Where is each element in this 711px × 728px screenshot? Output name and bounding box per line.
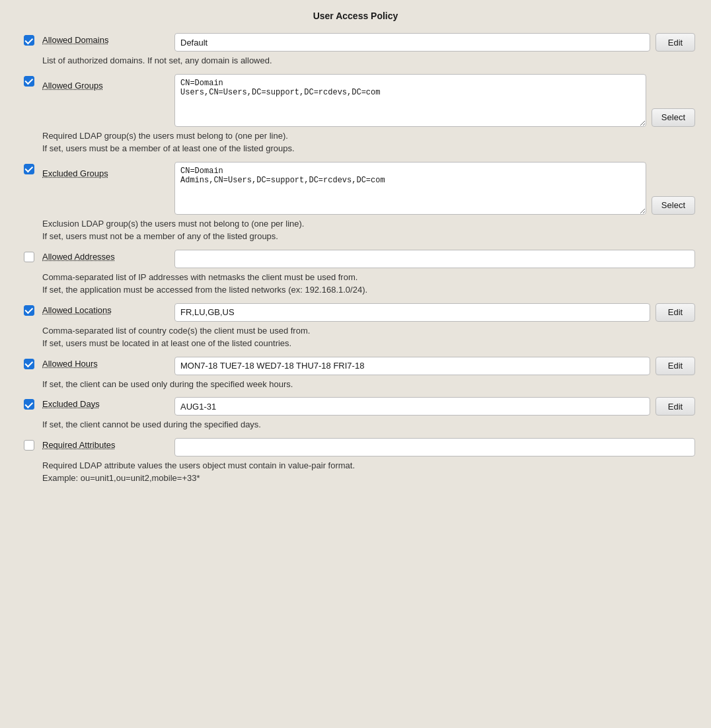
section-allowed-locations: Allowed Locations Edit Comma-separated l… xyxy=(16,303,695,350)
row-excluded-groups: Excluded Groups Select xyxy=(16,162,695,215)
desc-excluded-days: If set, the client cannot be used during… xyxy=(42,418,695,431)
input-excluded-days[interactable] xyxy=(174,397,650,416)
input-allowed-hours[interactable] xyxy=(174,357,650,375)
btn-excluded-groups-select[interactable]: Select xyxy=(652,196,695,215)
checkbox-excluded-groups[interactable] xyxy=(24,164,34,174)
section-allowed-hours: Allowed Hours Edit If set, the client ca… xyxy=(16,357,695,391)
checkbox-allowed-addresses[interactable] xyxy=(24,252,34,262)
desc-excluded-groups: Exclusion LDAP group(s) the users must n… xyxy=(42,217,695,243)
btn-allowed-hours-edit[interactable]: Edit xyxy=(655,357,695,375)
row-required-attributes: Required Attributes xyxy=(16,438,695,456)
textarea-excluded-groups[interactable] xyxy=(174,162,646,215)
checkbox-allowed-groups[interactable] xyxy=(24,76,34,87)
checkbox-allowed-domains[interactable] xyxy=(24,35,34,46)
desc-allowed-domains: List of authorized domains. If not set, … xyxy=(42,54,695,67)
label-allowed-domains: Allowed Domains xyxy=(42,35,108,45)
checkbox-required-attributes[interactable] xyxy=(24,440,34,451)
label-allowed-locations: Allowed Locations xyxy=(42,305,112,315)
btn-allowed-domains-edit[interactable]: Edit xyxy=(655,33,695,52)
btn-allowed-groups-select[interactable]: Select xyxy=(652,108,695,127)
desc-allowed-locations: Comma-separated list of country code(s) … xyxy=(42,324,695,350)
label-required-attributes: Required Attributes xyxy=(42,440,116,450)
desc-allowed-addresses: Comma-separated list of IP addresses wit… xyxy=(42,271,695,297)
section-allowed-addresses: Allowed Addresses Comma-separated list o… xyxy=(16,250,695,297)
row-allowed-addresses: Allowed Addresses xyxy=(16,250,695,268)
row-allowed-hours: Allowed Hours Edit xyxy=(16,357,695,375)
input-allowed-locations[interactable] xyxy=(174,303,650,322)
section-required-attributes: Required Attributes Required LDAP attrib… xyxy=(16,438,695,485)
input-allowed-addresses[interactable] xyxy=(174,250,695,268)
row-allowed-locations: Allowed Locations Edit xyxy=(16,303,695,322)
label-allowed-hours: Allowed Hours xyxy=(42,359,98,369)
desc-required-attributes: Required LDAP attribute values the users… xyxy=(42,459,695,485)
btn-excluded-days-edit[interactable]: Edit xyxy=(655,397,695,416)
checkbox-excluded-days[interactable] xyxy=(24,399,34,410)
textarea-allowed-groups[interactable] xyxy=(174,74,646,127)
label-allowed-addresses: Allowed Addresses xyxy=(42,252,115,262)
row-allowed-domains: Allowed Domains Edit xyxy=(16,33,695,52)
section-allowed-groups: Allowed Groups Select Required LDAP grou… xyxy=(16,74,695,155)
row-allowed-groups: Allowed Groups Select xyxy=(16,74,695,127)
input-allowed-domains[interactable] xyxy=(174,33,650,52)
desc-allowed-groups: Required LDAP group(s) the users must be… xyxy=(42,129,695,155)
checkbox-allowed-hours[interactable] xyxy=(24,359,34,369)
page-title: User Access Policy xyxy=(16,11,695,21)
desc-allowed-hours: If set, the client can be used only duri… xyxy=(42,378,695,391)
btn-allowed-locations-edit[interactable]: Edit xyxy=(655,303,695,322)
label-excluded-days: Excluded Days xyxy=(42,399,100,409)
section-excluded-days: Excluded Days Edit If set, the client ca… xyxy=(16,397,695,431)
label-excluded-groups: Excluded Groups xyxy=(42,168,108,178)
input-required-attributes[interactable] xyxy=(174,438,695,456)
section-excluded-groups: Excluded Groups Select Exclusion LDAP gr… xyxy=(16,162,695,243)
row-excluded-days: Excluded Days Edit xyxy=(16,397,695,416)
section-allowed-domains: Allowed Domains Edit List of authorized … xyxy=(16,33,695,67)
label-allowed-groups: Allowed Groups xyxy=(42,81,103,91)
checkbox-allowed-locations[interactable] xyxy=(24,305,34,316)
